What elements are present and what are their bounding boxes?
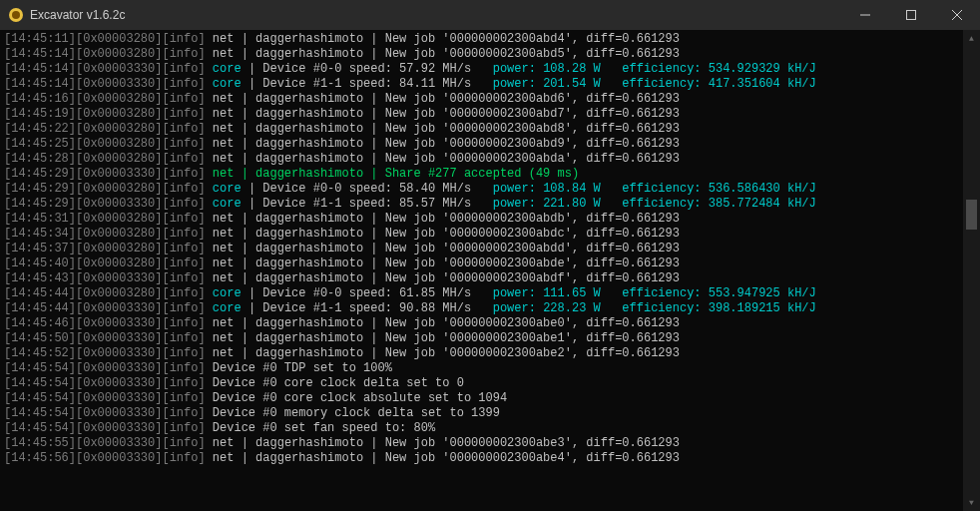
log-line: [14:45:46][0x00003330][info] net | dagge… <box>4 316 959 331</box>
log-line: [14:45:43][0x00003330][info] net | dagge… <box>4 271 959 286</box>
log-line: [14:45:54][0x00003330][info] Device #0 c… <box>4 391 959 406</box>
close-button[interactable] <box>934 0 980 30</box>
log-line: [14:45:29][0x00003280][info] core | Devi… <box>4 182 959 197</box>
app-window: Excavator v1.6.2c [14:45:11][0x00003280]… <box>0 0 980 511</box>
log-line: [14:45:28][0x00003280][info] net | dagge… <box>4 152 959 167</box>
log-line: [14:45:50][0x00003330][info] net | dagge… <box>4 331 959 346</box>
log-line: [14:45:31][0x00003280][info] net | dagge… <box>4 212 959 227</box>
log-line: [14:45:11][0x00003280][info] net | dagge… <box>4 32 959 47</box>
log-line: [14:45:14][0x00003330][info] core | Devi… <box>4 77 959 92</box>
scroll-up-button[interactable]: ▲ <box>963 30 980 47</box>
log-line: [14:45:29][0x00003330][info] net | dagge… <box>4 167 959 182</box>
log-line: [14:45:34][0x00003280][info] net | dagge… <box>4 227 959 242</box>
log-line: [14:45:54][0x00003330][info] Device #0 c… <box>4 376 959 391</box>
log-line: [14:45:44][0x00003280][info] core | Devi… <box>4 286 959 301</box>
scrollbar-thumb[interactable] <box>966 200 977 230</box>
log-line: [14:45:25][0x00003280][info] net | dagge… <box>4 137 959 152</box>
log-line: [14:45:56][0x00003330][info] net | dagge… <box>4 451 959 466</box>
log-line: [14:45:54][0x00003330][info] Device #0 T… <box>4 361 959 376</box>
titlebar[interactable]: Excavator v1.6.2c <box>0 0 980 30</box>
log-line: [14:45:37][0x00003280][info] net | dagge… <box>4 242 959 256</box>
maximize-button[interactable] <box>888 0 934 30</box>
log-output[interactable]: [14:45:11][0x00003280][info] net | dagge… <box>0 30 963 511</box>
log-line: [14:45:14][0x00003330][info] core | Devi… <box>4 62 959 77</box>
titlebar-left: Excavator v1.6.2c <box>8 7 125 23</box>
log-line: [14:45:14][0x00003280][info] net | dagge… <box>4 47 959 62</box>
vertical-scrollbar[interactable]: ▲ ▼ <box>963 30 980 511</box>
window-buttons <box>842 0 980 30</box>
log-line: [14:45:29][0x00003330][info] core | Devi… <box>4 197 959 212</box>
log-line: [14:45:54][0x00003330][info] Device #0 m… <box>4 406 959 421</box>
svg-rect-3 <box>907 11 916 20</box>
log-line: [14:45:40][0x00003280][info] net | dagge… <box>4 256 959 271</box>
log-line: [14:45:22][0x00003280][info] net | dagge… <box>4 122 959 137</box>
svg-point-1 <box>12 11 20 19</box>
scroll-down-button[interactable]: ▼ <box>963 494 980 511</box>
log-line: [14:45:16][0x00003280][info] net | dagge… <box>4 92 959 107</box>
window-title: Excavator v1.6.2c <box>30 8 125 23</box>
log-line: [14:45:52][0x00003330][info] net | dagge… <box>4 346 959 361</box>
log-line: [14:45:55][0x00003330][info] net | dagge… <box>4 436 959 451</box>
log-line: [14:45:44][0x00003330][info] core | Devi… <box>4 301 959 316</box>
log-line: [14:45:19][0x00003280][info] net | dagge… <box>4 107 959 122</box>
log-line: [14:45:54][0x00003330][info] Device #0 s… <box>4 421 959 436</box>
app-icon <box>8 7 24 23</box>
minimize-button[interactable] <box>842 0 888 30</box>
window-body: [14:45:11][0x00003280][info] net | dagge… <box>0 30 980 511</box>
